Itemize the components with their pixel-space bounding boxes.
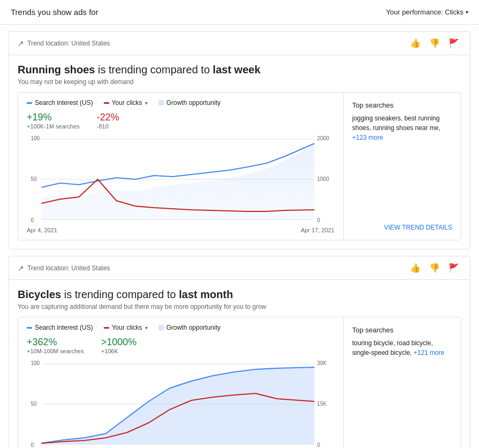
trend-location-label: Trend location: United States bbox=[27, 40, 110, 47]
chevron-down-icon: ▾ bbox=[466, 9, 468, 15]
page-title: Trends you show ads for bbox=[11, 7, 98, 17]
trend-location: ↗ Trend location: United States bbox=[18, 39, 110, 48]
legend-dot-blue-2 bbox=[27, 327, 32, 329]
trending-icon-2: ↗ bbox=[18, 264, 24, 272]
legend-clicks-label: Your clicks bbox=[112, 99, 142, 107]
metric-value-clicks-2: >1000% bbox=[101, 337, 137, 348]
chart-metrics: +19% +100K-1M searches -22% -810 bbox=[27, 112, 334, 130]
legend-clicks-label-2: Your clicks bbox=[112, 324, 142, 331]
metric-value-search-2: +362% bbox=[27, 337, 84, 348]
metric-search-interest-2: +362% +10M-100M searches bbox=[27, 337, 84, 354]
svg-text:0: 0 bbox=[31, 217, 34, 223]
trend-card-header-2: ↗ Trend location: United States 👍 👎 🚩 bbox=[9, 256, 470, 280]
legend-search-label-2: Search interest (US) bbox=[35, 324, 93, 331]
metric-sub-clicks-2: +106K bbox=[101, 348, 137, 354]
chart-metrics-2: +362% +10M-100M searches >1000% +106K bbox=[27, 337, 334, 354]
metric-sub-clicks: -810 bbox=[97, 123, 119, 130]
trend-headline: Running shoes is trending compared to la… bbox=[18, 64, 461, 76]
top-searches-label: Top searches bbox=[352, 101, 452, 109]
chart-date-start: Apr 4, 2021 bbox=[27, 227, 57, 233]
metric-clicks: -22% -810 bbox=[97, 112, 119, 130]
trend-keyword-2: Bicycles bbox=[18, 288, 61, 300]
performance-label: Your performance: Clicks bbox=[386, 8, 463, 16]
chart-legend-2: Search interest (US) Your clicks ▾ Growt… bbox=[27, 324, 334, 331]
metric-sub-search-2: +10M-100M searches bbox=[27, 348, 84, 354]
trend-location-label-2: Trend location: United States bbox=[27, 264, 110, 272]
trend-body-2: Bicycles is trending compared to last mo… bbox=[9, 280, 470, 448]
legend-chevron-icon: ▾ bbox=[145, 100, 148, 106]
chart-right-panel: Top searches jogging sneakers, best runn… bbox=[343, 93, 461, 240]
top-searches-content: jogging sneakers, best running shoes, ru… bbox=[352, 115, 440, 132]
legend-your-clicks-2[interactable]: Your clicks ▾ bbox=[104, 324, 148, 331]
trending-icon: ↗ bbox=[18, 39, 24, 48]
page-header: Trends you show ads for Your performance… bbox=[0, 0, 479, 25]
top-searches-text-2: touring bicycle, road bicycle, single-sp… bbox=[352, 338, 452, 358]
legend-dot-light-2 bbox=[158, 325, 164, 330]
top-searches-more-link-2[interactable]: +121 more bbox=[414, 349, 445, 356]
chart-wrapper-2: 100 50 0 30K 15K 0 bbox=[27, 359, 334, 448]
top-searches-section-2: Top searches touring bicycle, road bicyc… bbox=[352, 326, 452, 358]
legend-dot-red-2 bbox=[104, 327, 109, 329]
flag-button[interactable]: 🚩 bbox=[446, 37, 461, 49]
svg-text:50: 50 bbox=[31, 176, 37, 182]
feedback-icons-2: 👍 👎 🚩 bbox=[408, 262, 461, 274]
metric-sub-search: +100K-1M searches bbox=[27, 123, 80, 130]
legend-your-clicks[interactable]: Your clicks ▾ bbox=[104, 99, 148, 107]
legend-dot-light bbox=[158, 100, 164, 105]
svg-marker-9 bbox=[42, 145, 315, 219]
chart-area: Search interest (US) Your clicks ▾ Growt… bbox=[18, 93, 343, 240]
trend-subtext: You may not be keeping up with demand bbox=[18, 78, 461, 86]
legend-chevron-icon-2: ▾ bbox=[145, 325, 148, 331]
svg-text:1000: 1000 bbox=[317, 176, 330, 182]
svg-text:0: 0 bbox=[317, 217, 321, 223]
view-trend-details-link[interactable]: VIEW TREND DETAILS bbox=[352, 224, 452, 231]
thumbs-down-button-2[interactable]: 👎 bbox=[427, 262, 442, 274]
chart-legend: Search interest (US) Your clicks ▾ Growt… bbox=[27, 99, 334, 107]
legend-growth-label: Growth opportunity bbox=[166, 99, 221, 107]
legend-search-label: Search interest (US) bbox=[35, 99, 93, 107]
legend-growth-label-2: Growth opportunity bbox=[166, 324, 221, 331]
svg-text:100: 100 bbox=[31, 360, 40, 366]
legend-dot-blue bbox=[27, 102, 32, 104]
trend-period-2: last month bbox=[179, 288, 233, 300]
legend-search-interest: Search interest (US) bbox=[27, 99, 93, 107]
svg-text:100: 100 bbox=[31, 135, 40, 141]
chart-wrapper: 100 50 0 2000 1000 0 bbox=[27, 134, 334, 225]
feedback-icons: 👍 👎 🚩 bbox=[408, 37, 461, 49]
trend-card-bicycles: ↗ Trend location: United States 👍 👎 🚩 Bi… bbox=[9, 256, 470, 448]
metric-value-clicks: -22% bbox=[97, 112, 119, 123]
svg-text:0: 0 bbox=[31, 442, 34, 448]
metric-search-interest: +19% +100K-1M searches bbox=[27, 112, 80, 130]
thumbs-up-button-2[interactable]: 👍 bbox=[408, 262, 423, 274]
chart-section-2: Search interest (US) Your clicks ▾ Growt… bbox=[18, 317, 461, 448]
flag-button-2[interactable]: 🚩 bbox=[446, 262, 461, 274]
thumbs-up-button[interactable]: 👍 bbox=[408, 37, 423, 49]
svg-text:15K: 15K bbox=[317, 401, 327, 407]
legend-search-interest-2: Search interest (US) bbox=[27, 324, 93, 331]
top-searches-more-link[interactable]: +123 more bbox=[352, 134, 383, 141]
chart-svg: 100 50 0 2000 1000 0 bbox=[27, 134, 334, 225]
trend-body: Running shoes is trending compared to la… bbox=[9, 55, 470, 249]
trend-headline-mid-2: is trending compared to bbox=[61, 288, 179, 300]
trend-subtext-2: You are capturing additional demand but … bbox=[18, 303, 461, 310]
svg-text:30K: 30K bbox=[317, 360, 327, 366]
trend-keyword: Running shoes bbox=[18, 64, 95, 75]
chart-right-panel-2: Top searches touring bicycle, road bicyc… bbox=[343, 317, 461, 448]
trend-headline-2: Bicycles is trending compared to last mo… bbox=[18, 288, 461, 301]
legend-growth-2: Growth opportunity bbox=[158, 324, 221, 331]
svg-text:50: 50 bbox=[31, 401, 37, 407]
legend-growth: Growth opportunity bbox=[158, 99, 221, 107]
thumbs-down-button[interactable]: 👎 bbox=[427, 37, 442, 49]
top-searches-label-2: Top searches bbox=[352, 326, 452, 334]
top-searches-text: jogging sneakers, best running shoes, ru… bbox=[352, 113, 452, 142]
legend-dot-red bbox=[104, 102, 109, 104]
chart-section: Search interest (US) Your clicks ▾ Growt… bbox=[18, 92, 461, 240]
trend-period: last week bbox=[213, 64, 261, 75]
trend-headline-mid: is trending compared to bbox=[95, 64, 212, 75]
performance-selector[interactable]: Your performance: Clicks ▾ bbox=[386, 8, 468, 16]
trend-card-header: ↗ Trend location: United States 👍 👎 🚩 bbox=[9, 32, 470, 55]
metric-clicks-2: >1000% +106K bbox=[101, 337, 137, 354]
trend-card-running-shoes: ↗ Trend location: United States 👍 👎 🚩 Ru… bbox=[9, 31, 470, 249]
chart-svg-2: 100 50 0 30K 15K 0 bbox=[27, 359, 334, 448]
trend-location-2: ↗ Trend location: United States bbox=[18, 264, 110, 272]
